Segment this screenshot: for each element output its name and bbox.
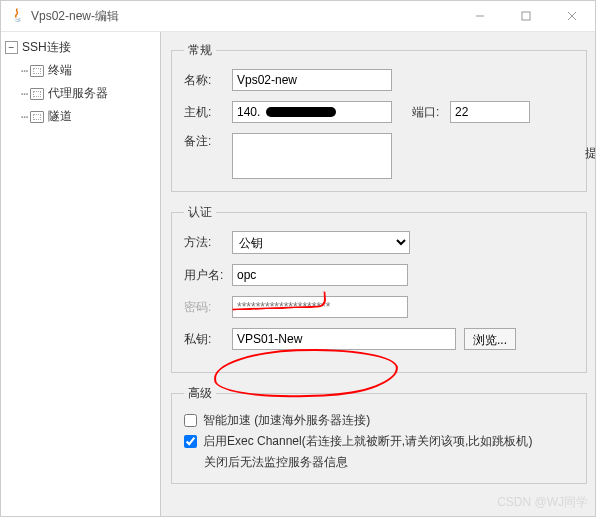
exec-channel-hint: 关闭后无法监控服务器信息 <box>204 454 576 471</box>
tree-label: SSH连接 <box>22 39 71 56</box>
group-advanced: 高级 智能加速 (加速海外服务器连接) 启用Exec Channel(若连接上就… <box>171 385 587 484</box>
close-button[interactable] <box>549 1 595 31</box>
label-name: 名称: <box>184 72 232 89</box>
group-auth: 认证 方法: 公钥 用户名: 密码: 私钥: <box>171 204 587 373</box>
tree-label: 终端 <box>48 62 72 79</box>
sidebar-tree: − SSH连接 ⋯ 终端 ⋯ 代理服务器 ⋯ 隧道 <box>1 32 161 516</box>
notes-input[interactable] <box>232 133 392 179</box>
smart-accel-checkbox[interactable] <box>184 414 197 427</box>
page-icon <box>30 65 44 77</box>
smart-accel-label: 智能加速 (加速海外服务器连接) <box>203 412 370 429</box>
port-input[interactable] <box>450 101 530 123</box>
key-input[interactable] <box>232 328 456 350</box>
legend-general: 常规 <box>184 42 216 59</box>
label-method: 方法: <box>184 234 232 251</box>
password-input <box>232 296 408 318</box>
redacted-host <box>266 107 336 117</box>
name-input[interactable] <box>232 69 392 91</box>
tree-label: 代理服务器 <box>48 85 108 102</box>
label-port: 端口: <box>412 104 450 121</box>
method-select[interactable]: 公钥 <box>232 231 410 254</box>
tree-node-terminal[interactable]: ⋯ 终端 <box>1 59 160 82</box>
tree-node-ssh[interactable]: − SSH连接 <box>1 36 160 59</box>
browse-button[interactable]: 浏览... <box>464 328 516 350</box>
tree-label: 隧道 <box>48 108 72 125</box>
minimize-button[interactable] <box>457 1 503 31</box>
user-input[interactable] <box>232 264 408 286</box>
svg-rect-1 <box>522 12 530 20</box>
collapse-icon[interactable]: − <box>5 41 18 54</box>
exec-channel-checkbox[interactable] <box>184 435 197 448</box>
tree-node-tunnel[interactable]: ⋯ 隧道 <box>1 105 160 128</box>
tree-node-proxy[interactable]: ⋯ 代理服务器 <box>1 82 160 105</box>
legend-advanced: 高级 <box>184 385 216 402</box>
page-icon <box>30 88 44 100</box>
label-host: 主机: <box>184 104 232 121</box>
cropped-text: 提 <box>585 145 595 162</box>
java-app-icon <box>9 8 25 24</box>
page-icon <box>30 111 44 123</box>
label-password: 密码: <box>184 299 232 316</box>
exec-channel-label: 启用Exec Channel(若连接上就被断开,请关闭该项,比如跳板机) <box>203 433 532 450</box>
label-key: 私钥: <box>184 331 232 348</box>
label-notes: 备注: <box>184 133 232 150</box>
group-general: 常规 名称: 主机: 端口: 备注: <box>171 42 587 192</box>
label-user: 用户名: <box>184 267 232 284</box>
window-title: Vps02-new-编辑 <box>31 8 457 25</box>
maximize-button[interactable] <box>503 1 549 31</box>
legend-auth: 认证 <box>184 204 216 221</box>
